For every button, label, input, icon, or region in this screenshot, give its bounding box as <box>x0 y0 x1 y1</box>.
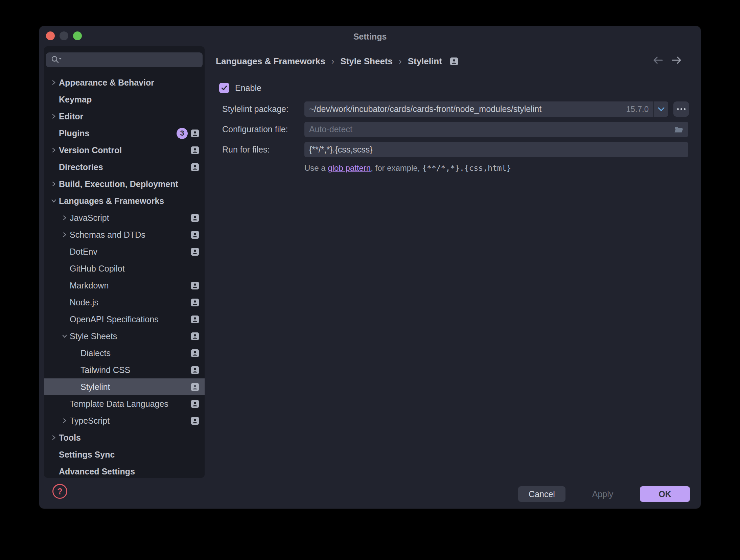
per-project-settings-icon <box>191 163 199 171</box>
config-file-label: Configuration file: <box>222 122 288 137</box>
chevron-right-icon[interactable] <box>49 111 59 121</box>
breadcrumb-segment-stylelint[interactable]: Stylelint <box>408 56 442 67</box>
sidebar-item-markdown[interactable]: Markdown <box>44 277 205 294</box>
sidebar-item-dialects[interactable]: Dialects <box>44 345 205 361</box>
chevron-down-icon[interactable] <box>49 196 59 206</box>
sidebar-item-typescript[interactable]: TypeScript <box>44 412 205 429</box>
sidebar-item-label: Schemas and DTDs <box>70 230 145 240</box>
help-prefix: Use a <box>304 163 328 173</box>
chevron-right-icon[interactable] <box>60 230 70 240</box>
config-file-input[interactable]: Auto-detect <box>304 122 688 137</box>
sidebar-item-github-copilot[interactable]: GitHub Copilot <box>44 260 205 277</box>
sidebar-item-template-data-languages[interactable]: Template Data Languages <box>44 395 205 412</box>
chevron-spacer <box>49 449 59 460</box>
sidebar-item-tools[interactable]: Tools <box>44 429 205 446</box>
sidebar-item-version-control[interactable]: Version Control <box>44 142 205 159</box>
folder-icon[interactable] <box>674 125 684 134</box>
sidebar-item-label: Advanced Settings <box>59 467 135 476</box>
sidebar-item-label: Template Data Languages <box>70 399 168 409</box>
per-project-settings-icon <box>191 130 199 137</box>
sidebar-item-trailing <box>191 366 199 374</box>
settings-sidebar: Appearance & BehaviorKeymapEditorPlugins… <box>44 46 205 478</box>
chevron-spacer <box>49 128 59 138</box>
chevron-right-icon[interactable] <box>49 179 59 189</box>
forward-arrow-icon[interactable] <box>672 56 682 65</box>
chevron-right-icon[interactable] <box>60 213 70 223</box>
per-project-settings-icon <box>191 400 199 408</box>
chevron-right-icon[interactable] <box>60 416 70 426</box>
breadcrumb-segment-style-sheets[interactable]: Style Sheets <box>340 56 393 67</box>
per-project-settings-icon <box>191 282 199 289</box>
sidebar-item-advanced-settings[interactable]: Advanced Settings <box>44 463 205 478</box>
sidebar-item-trailing <box>191 214 199 222</box>
sidebar-item-label: DotEnv <box>70 247 97 257</box>
window-title: Settings <box>39 26 701 46</box>
chevron-spacer <box>70 348 80 358</box>
chevron-down-icon[interactable] <box>60 331 70 341</box>
chevron-spacer <box>60 263 70 274</box>
chevron-spacer <box>70 365 80 375</box>
sidebar-item-trailing <box>191 417 199 425</box>
breadcrumb-separator: › <box>399 56 402 67</box>
chevron-spacer <box>49 94 59 104</box>
chevron-spacer <box>49 162 59 172</box>
sidebar-item-trailing <box>191 383 199 391</box>
sidebar-item-label: Markdown <box>70 281 109 290</box>
sidebar-item-languages-frameworks[interactable]: Languages & Frameworks <box>44 192 205 209</box>
cancel-button[interactable]: Cancel <box>518 486 565 502</box>
glob-pattern-link[interactable]: glob pattern <box>328 163 371 173</box>
titlebar: Settings <box>39 26 701 46</box>
config-placeholder: Auto-detect <box>309 124 674 134</box>
settings-content: Languages & Frameworks›Style Sheets›Styl… <box>205 46 701 478</box>
sidebar-item-trailing <box>191 248 199 256</box>
sidebar-item-label: Keymap <box>59 95 92 104</box>
breadcrumb-segment-languages-frameworks[interactable]: Languages & Frameworks <box>216 56 325 67</box>
search-input[interactable] <box>46 52 203 67</box>
sidebar-item-trailing <box>191 231 199 239</box>
enable-label: Enable <box>235 83 261 93</box>
sidebar-item-build-execution-deployment[interactable]: Build, Execution, Deployment <box>44 176 205 192</box>
sidebar-item-appearance-behavior[interactable]: Appearance & Behavior <box>44 74 205 91</box>
glob-example: {**/*,*}.{css,html} <box>422 164 511 172</box>
sidebar-item-dotenv[interactable]: DotEnv <box>44 243 205 260</box>
breadcrumb: Languages & Frameworks›Style Sheets›Styl… <box>216 54 458 68</box>
chevron-spacer <box>60 399 70 409</box>
sidebar-item-plugins[interactable]: Plugins3 <box>44 125 205 142</box>
per-project-settings-icon <box>191 332 199 340</box>
sidebar-item-trailing <box>191 282 199 289</box>
sidebar-item-tailwind-css[interactable]: Tailwind CSS <box>44 361 205 378</box>
sidebar-item-keymap[interactable]: Keymap <box>44 91 205 108</box>
run-for-files-input[interactable]: {**/*,*}.{css,scss} <box>304 142 688 157</box>
sidebar-item-javascript[interactable]: JavaScript <box>44 209 205 226</box>
sidebar-item-editor[interactable]: Editor <box>44 108 205 125</box>
package-label: Stylelint package: <box>222 101 288 117</box>
sidebar-item-label: Languages & Frameworks <box>59 196 164 206</box>
chevron-down-icon <box>657 107 665 112</box>
back-arrow-icon[interactable] <box>653 56 663 65</box>
chevron-right-icon[interactable] <box>49 145 59 155</box>
sidebar-item-stylelint[interactable]: Stylelint <box>44 378 205 395</box>
package-dropdown-button[interactable] <box>654 101 668 117</box>
ok-button[interactable]: OK <box>640 486 690 502</box>
apply-button[interactable]: Apply <box>579 486 626 502</box>
stylelint-package-input[interactable]: ~/dev/work/incubator/cards/cards-front/n… <box>304 101 653 117</box>
sidebar-item-settings-sync[interactable]: Settings Sync <box>44 446 205 463</box>
sidebar-item-trailing <box>191 332 199 340</box>
sidebar-item-trailing <box>191 146 199 154</box>
package-browse-button[interactable] <box>673 101 689 117</box>
help-button[interactable]: ? <box>52 484 67 499</box>
sidebar-item-node-js[interactable]: Node.js <box>44 294 205 311</box>
sidebar-item-style-sheets[interactable]: Style Sheets <box>44 328 205 345</box>
enable-checkbox[interactable] <box>219 83 229 93</box>
sidebar-item-openapi-specifications[interactable]: OpenAPI Specifications <box>44 311 205 328</box>
sidebar-item-trailing <box>191 163 199 171</box>
history-nav <box>653 56 682 65</box>
chevron-right-icon[interactable] <box>49 77 59 88</box>
settings-tree: Appearance & BehaviorKeymapEditorPlugins… <box>44 74 205 478</box>
chevron-right-icon[interactable] <box>49 433 59 443</box>
enable-row: Enable <box>219 83 261 93</box>
sidebar-item-label: Tools <box>59 433 81 443</box>
per-project-settings-icon <box>191 146 199 154</box>
sidebar-item-directories[interactable]: Directories <box>44 159 205 176</box>
sidebar-item-schemas-and-dtds[interactable]: Schemas and DTDs <box>44 226 205 243</box>
